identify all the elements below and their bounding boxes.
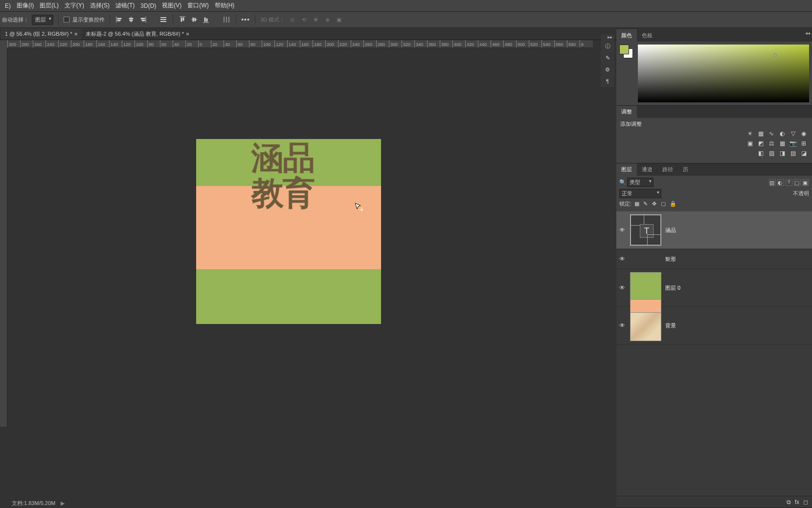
separator: [58, 15, 59, 24]
align-center-v-icon[interactable]: [190, 15, 199, 24]
bw-icon[interactable]: ▣: [745, 139, 754, 147]
invert-icon[interactable]: ◧: [756, 149, 765, 157]
hue-icon[interactable]: ◉: [799, 130, 808, 138]
auto-select-dropdown[interactable]: 图层: [32, 15, 53, 25]
layer-name[interactable]: 图层 0: [665, 284, 680, 292]
ruler-tick: 60: [160, 40, 166, 48]
layer-fx-icon[interactable]: fx: [795, 499, 799, 506]
lock-move-icon[interactable]: ✥: [652, 201, 658, 207]
ruler-tick: 0: [198, 40, 202, 48]
filter-smart-icon[interactable]: ▣: [802, 179, 809, 186]
levels-icon[interactable]: ▦: [756, 130, 765, 138]
blend-mode-dropdown[interactable]: 正常: [619, 189, 661, 198]
align-left-icon[interactable]: [115, 15, 124, 24]
collapse-panels-icon[interactable]: ◂◂: [805, 30, 810, 36]
3d-rotate-icon[interactable]: ⟲: [299, 15, 308, 24]
tab-channels[interactable]: 通道: [637, 163, 657, 176]
canvas[interactable]: 涵品教育: [196, 139, 381, 324]
align-top-icon[interactable]: [178, 15, 187, 24]
strip-expand-icon[interactable]: ▸▸: [601, 34, 614, 40]
lock-transparent-icon[interactable]: ▦: [634, 201, 640, 207]
vibrance-icon[interactable]: ▽: [789, 130, 797, 138]
color-panel-body: [616, 42, 812, 105]
menu-edit[interactable]: E): [2, 1, 14, 11]
align-justify-icon[interactable]: [159, 15, 168, 24]
visibility-icon[interactable]: 👁: [618, 227, 626, 233]
visibility-icon[interactable]: 👁: [618, 284, 626, 291]
tab-adjustments[interactable]: 调整: [616, 106, 637, 118]
visibility-icon[interactable]: 👁: [618, 322, 626, 329]
visibility-icon[interactable]: 👁: [618, 255, 626, 262]
menu-filter[interactable]: 滤镜(T): [113, 0, 137, 11]
color-lookup-icon[interactable]: ▦: [778, 139, 787, 147]
tab-swatches[interactable]: 色板: [637, 29, 657, 42]
layer-name[interactable]: 矩形: [665, 255, 676, 263]
separator: [255, 15, 255, 24]
canvas-area[interactable]: 涵品教育: [7, 48, 593, 427]
show-transform-checkbox[interactable]: [64, 17, 69, 23]
tab-layers[interactable]: 图层: [616, 163, 637, 176]
tab-history[interactable]: 历: [678, 163, 693, 176]
menu-help[interactable]: 帮助(H): [212, 0, 238, 11]
vertical-ruler[interactable]: [0, 48, 7, 427]
paragraph-icon[interactable]: ¶: [601, 75, 614, 87]
3d-camera-icon[interactable]: ▣: [335, 15, 343, 24]
menu-select[interactable]: 选择(S): [87, 0, 113, 11]
more-options-icon[interactable]: •••: [241, 15, 250, 24]
ruler-tick: 220: [338, 40, 347, 48]
filter-shape-icon[interactable]: ▢: [794, 179, 801, 186]
layer-row[interactable]: 👁 T 涵品: [616, 211, 812, 249]
camera-icon[interactable]: 📷: [789, 139, 797, 147]
document-tab[interactable]: 1 @ 56.4% (组 2, RGB/8#) * ×: [1, 28, 82, 40]
tab-paths[interactable]: 路径: [657, 163, 678, 176]
channel-mixer-icon[interactable]: ⚖: [767, 139, 776, 147]
lock-brush-icon[interactable]: ✎: [643, 201, 649, 207]
menu-text[interactable]: 文字(Y): [62, 0, 87, 11]
fg-bg-swatches[interactable]: [619, 45, 634, 59]
menu-layer[interactable]: 图层(L): [37, 0, 62, 11]
close-icon[interactable]: ×: [186, 31, 189, 38]
menu-image[interactable]: 图像(I): [14, 0, 37, 11]
layer-mask-icon[interactable]: ◻: [803, 499, 808, 506]
link-layers-icon[interactable]: ⧉: [787, 499, 791, 506]
gradient-map-icon[interactable]: ▤: [789, 149, 797, 157]
menu-window[interactable]: 窗口(W): [184, 0, 211, 11]
align-right-icon[interactable]: [138, 15, 147, 24]
exposure-icon[interactable]: ◐: [778, 130, 787, 138]
lock-artboard-icon[interactable]: ▢: [661, 201, 667, 207]
align-center-h-icon[interactable]: [127, 15, 135, 24]
layer-name[interactable]: 涵品: [665, 227, 676, 234]
horizontal-ruler[interactable]: 3002802602402202001801601401201008060402…: [7, 40, 593, 48]
3d-orbit-icon[interactable]: ⊙: [288, 15, 296, 24]
distribute-icon[interactable]: [222, 15, 231, 24]
status-arrow-icon[interactable]: ▶: [61, 500, 65, 506]
photo-filter-icon[interactable]: ◩: [756, 139, 765, 147]
3d-slide-icon[interactable]: ⊕: [323, 15, 332, 24]
filter-pixel-icon[interactable]: ▧: [769, 179, 776, 186]
threshold-icon[interactable]: ◨: [778, 149, 787, 157]
brush-icon[interactable]: ✎: [601, 52, 614, 64]
ruler-tick: 460: [491, 40, 499, 48]
curves-icon[interactable]: ∿: [767, 130, 776, 138]
3d-pan-icon[interactable]: ✥: [311, 15, 320, 24]
filter-type-icon[interactable]: T: [786, 179, 792, 186]
menu-view[interactable]: 视图(V): [159, 0, 184, 11]
posterize-icon[interactable]: ▨: [767, 149, 776, 157]
brightness-icon[interactable]: ☀: [745, 130, 754, 138]
layer-filter-dropdown[interactable]: 类型: [627, 178, 654, 187]
align-bottom-icon[interactable]: [202, 15, 210, 24]
layer-row[interactable]: 👁 ▱ 矩形: [616, 249, 812, 269]
filter-adjust-icon[interactable]: ◐: [777, 179, 784, 186]
layer-name[interactable]: 背景: [665, 322, 676, 329]
foreground-color-swatch[interactable]: [619, 45, 629, 54]
info-icon[interactable]: ⓘ: [601, 40, 614, 52]
lut-icon[interactable]: ⊞: [799, 139, 808, 147]
color-picker[interactable]: [638, 45, 809, 102]
selective-color-icon[interactable]: ◪: [799, 149, 808, 157]
tab-color[interactable]: 颜色: [616, 29, 637, 42]
close-icon[interactable]: ×: [74, 31, 78, 38]
document-tab-active[interactable]: 未标题-2 @ 56.4% (涵品 教育, RGB/8#) * ×: [82, 28, 193, 40]
adjust-icon[interactable]: ⚙: [601, 64, 614, 75]
menu-3d[interactable]: 3D(D): [137, 1, 159, 11]
lock-all-icon[interactable]: 🔒: [670, 201, 676, 207]
